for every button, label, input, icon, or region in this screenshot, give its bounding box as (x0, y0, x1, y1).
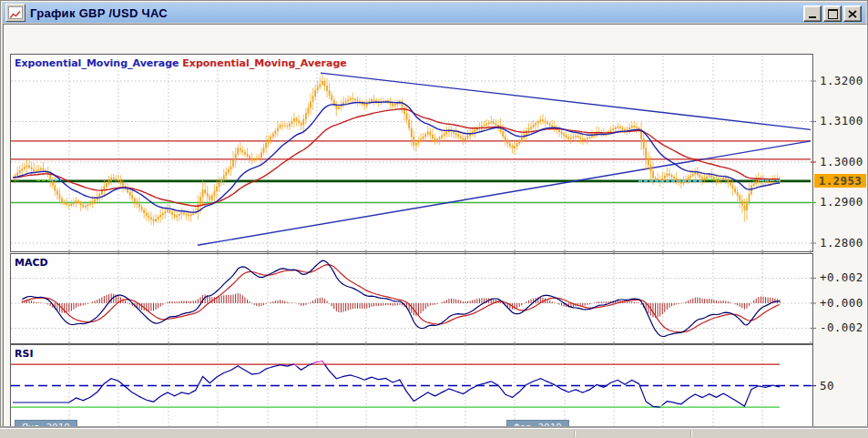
close-icon (848, 10, 857, 18)
status-divider (690, 431, 691, 437)
rsi-panel[interactable] (10, 344, 813, 435)
price-axis-label: 1.3100 (820, 114, 863, 127)
price-axis-label: 1.2900 (820, 195, 863, 209)
macd-panel-label: MACD (15, 257, 48, 269)
status-divider (574, 431, 575, 437)
price-axis-label: 1.2800 (820, 236, 863, 250)
minimize-icon (809, 16, 816, 18)
status-bar (0, 428, 868, 438)
maximize-button[interactable] (823, 5, 842, 22)
close-button[interactable] (843, 5, 862, 22)
macd-axis-label: -0.002 (820, 321, 863, 334)
rsi-axis-label: 50 (820, 379, 834, 392)
chart-window: График GBP /USD ЧАС Exponential_Moving_A… (0, 0, 868, 438)
main-chart-panel[interactable] (10, 54, 813, 252)
window-title: График GBP /USD ЧАС (30, 6, 168, 20)
price-axis-label: 1.3000 (820, 155, 863, 168)
current-price-tag: 1.2953 (814, 174, 866, 188)
macd-axis-label: +0.000 (820, 296, 863, 310)
chart-icon (8, 6, 23, 19)
macd-panel[interactable] (10, 253, 813, 344)
legend-ema-fast: Exponential_Moving_Average (15, 57, 179, 69)
price-axis-label: 1.3200 (820, 74, 863, 87)
legend-ema-slow: Exponential_Moving_Average (182, 57, 346, 69)
macd-axis-label: +0.002 (820, 270, 863, 284)
maximize-icon (828, 9, 838, 19)
indicator-legend: Exponential_Moving_Average Exponential_M… (15, 57, 347, 69)
window-menu-button[interactable] (5, 4, 26, 22)
rsi-panel-label: RSI (15, 348, 34, 360)
minimize-button[interactable] (803, 5, 822, 22)
chart-client-area: Exponential_Moving_Average Exponential_M… (3, 24, 867, 430)
title-bar: График GBP /USD ЧАС (3, 3, 865, 23)
